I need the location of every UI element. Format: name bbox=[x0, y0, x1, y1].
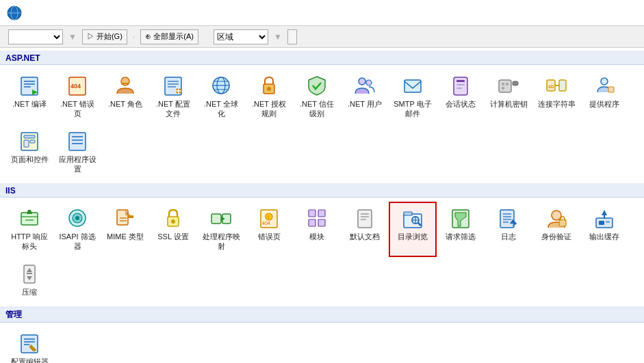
svg-text:404: 404 bbox=[262, 221, 270, 226]
svg-rect-36 bbox=[502, 87, 504, 90]
toolbar-sep4: ▼ bbox=[274, 32, 282, 42]
icon-item-net-users[interactable]: .NET 用户 bbox=[341, 69, 389, 124]
icon-item-ssl[interactable]: SSL 设置 bbox=[149, 202, 197, 257]
svg-rect-43 bbox=[608, 87, 614, 92]
svg-rect-77 bbox=[318, 219, 325, 226]
app-icon bbox=[7, 5, 22, 21]
svg-rect-31 bbox=[456, 84, 465, 85]
icon-label-handler: 处理程序映射 bbox=[201, 232, 241, 252]
icon-item-pagecontrol[interactable]: 页面和控件 bbox=[5, 124, 53, 180]
svg-point-10 bbox=[121, 77, 129, 85]
toolbar-sep1: ▼ bbox=[68, 32, 77, 42]
icon-item-net-trust[interactable]: .NET 信任级别 bbox=[293, 69, 341, 124]
start-button[interactable]: ▷ 开始(G) bbox=[82, 29, 127, 44]
icon-item-machinekey[interactable]: 计算机密钥 bbox=[485, 69, 532, 124]
icon-label-net-global: .NET 全球化 bbox=[201, 99, 241, 119]
toolbar: ▼ ▷ 开始(G) · ⊕ 全部显示(A) 区域 ▼ bbox=[0, 26, 644, 48]
svg-rect-78 bbox=[358, 210, 372, 228]
icon-item-error[interactable]: !404错误页 bbox=[245, 202, 293, 257]
svg-point-25 bbox=[267, 87, 271, 91]
svg-text:ab: ab bbox=[548, 84, 554, 89]
icon-label-mime: MIME 类型 bbox=[107, 232, 144, 241]
icon-label-default-doc: 默认文档 bbox=[350, 232, 380, 241]
svg-point-95 bbox=[552, 211, 561, 220]
icon-item-logging[interactable]: 日志 bbox=[485, 202, 532, 257]
view-button[interactable] bbox=[287, 29, 297, 44]
icon-compress bbox=[18, 263, 40, 284]
svg-point-65 bbox=[171, 219, 175, 224]
svg-rect-76 bbox=[309, 219, 315, 226]
icon-item-smtp[interactable]: SMTP 电子邮件 bbox=[389, 69, 437, 124]
icon-label-machinekey: 计算机密钥 bbox=[490, 99, 528, 109]
svg-rect-61 bbox=[128, 215, 133, 218]
icon-item-provider[interactable]: 提供程序 bbox=[580, 69, 628, 124]
icon-label-connstring: 连接字符串 bbox=[538, 99, 576, 109]
icon-item-net-auth[interactable]: .NET 授权规则 bbox=[245, 69, 293, 124]
icon-item-isapi[interactable]: ISAPI 筛选器 bbox=[53, 202, 101, 257]
svg-rect-34 bbox=[502, 83, 504, 85]
icon-grid-management: 配置编辑器 bbox=[0, 323, 644, 363]
show-all-button[interactable]: ⊕ 全部显示(A) bbox=[140, 29, 198, 44]
icon-item-connstring[interactable]: ab连接字符串 bbox=[532, 69, 580, 124]
icon-item-compress[interactable]: 压缩 bbox=[5, 257, 53, 302]
icon-label-modules: 模块 bbox=[309, 232, 324, 241]
svg-rect-32 bbox=[456, 88, 462, 89]
svg-rect-66 bbox=[211, 214, 221, 224]
icon-item-http-header[interactable]: HTTP 响应标头 bbox=[5, 202, 53, 257]
icon-item-net-roles[interactable]: .NET 角色 bbox=[101, 69, 149, 124]
icon-item-handler[interactable]: 处理程序映射 bbox=[197, 202, 245, 257]
svg-rect-99 bbox=[606, 221, 610, 223]
icon-label-pagecontrol: 页面和控件 bbox=[11, 154, 49, 164]
icon-item-net-config[interactable]: .NET 配置文件 bbox=[149, 69, 197, 124]
filter-select[interactable] bbox=[8, 29, 63, 44]
svg-rect-47 bbox=[30, 140, 35, 143]
icon-smtp bbox=[402, 75, 424, 96]
section-header-aspnet: ASP.NET bbox=[0, 51, 644, 65]
icon-item-net-compile[interactable]: .NET 编译 bbox=[5, 69, 53, 124]
icon-item-output-cache[interactable]: 输出缓存 bbox=[580, 202, 628, 257]
icon-net-auth bbox=[258, 75, 280, 96]
icon-mime bbox=[114, 207, 136, 229]
icon-item-net-global[interactable]: .NET 全球化 bbox=[197, 69, 245, 124]
icon-item-auth2[interactable]: 身份验证 bbox=[532, 202, 580, 257]
icon-item-config-editor[interactable]: 配置编辑器 bbox=[5, 327, 53, 363]
svg-rect-30 bbox=[456, 80, 465, 82]
icon-label-net-trust: .NET 信任级别 bbox=[297, 99, 337, 119]
icon-item-mime[interactable]: MIME 类型 bbox=[101, 202, 149, 257]
icon-req-filter bbox=[450, 207, 472, 229]
icon-label-config-editor: 配置编辑器 bbox=[11, 357, 49, 363]
svg-point-27 bbox=[366, 80, 372, 85]
icon-error: !404 bbox=[258, 207, 280, 229]
icon-label-compress: 压缩 bbox=[22, 287, 37, 297]
title-bar bbox=[0, 0, 644, 26]
svg-rect-74 bbox=[309, 210, 315, 217]
icon-connstring: ab bbox=[545, 75, 567, 96]
section-header-iis: IIS bbox=[0, 183, 644, 198]
svg-text:404: 404 bbox=[70, 83, 81, 90]
svg-point-58 bbox=[75, 216, 79, 220]
svg-point-26 bbox=[359, 78, 365, 85]
icon-label-net-users: .NET 用户 bbox=[348, 99, 382, 109]
icon-label-net-compile: .NET 编译 bbox=[12, 99, 47, 109]
icon-net-trust bbox=[306, 75, 328, 96]
svg-rect-28 bbox=[404, 80, 421, 92]
icon-label-session: 会话状态 bbox=[446, 99, 476, 109]
svg-rect-52 bbox=[21, 213, 38, 225]
icon-item-net-errors[interactable]: 404.NET 错误页 bbox=[53, 69, 101, 124]
icon-label-logging: 日志 bbox=[501, 232, 516, 241]
icon-net-config bbox=[162, 75, 184, 96]
svg-rect-33 bbox=[499, 80, 511, 92]
icon-item-req-filter[interactable]: 请求筛选 bbox=[437, 202, 485, 257]
toolbar-sep2: · bbox=[133, 32, 135, 42]
icon-appsettings bbox=[66, 130, 88, 152]
icon-item-dir-browse[interactable]: 目录浏览 bbox=[389, 202, 437, 257]
icon-net-users bbox=[354, 75, 376, 96]
svg-rect-45 bbox=[24, 135, 35, 138]
icon-net-errors: 404 bbox=[66, 75, 88, 96]
icon-item-session[interactable]: 会话状态 bbox=[437, 69, 485, 124]
icon-item-modules[interactable]: 模块 bbox=[293, 202, 341, 257]
icon-item-appsettings[interactable]: 应用程序设置 bbox=[53, 124, 101, 180]
group-by-select[interactable]: 区域 bbox=[214, 29, 268, 44]
icon-item-default-doc[interactable]: 默认文档 bbox=[341, 202, 389, 257]
icon-label-output-cache: 输出缓存 bbox=[589, 232, 619, 241]
